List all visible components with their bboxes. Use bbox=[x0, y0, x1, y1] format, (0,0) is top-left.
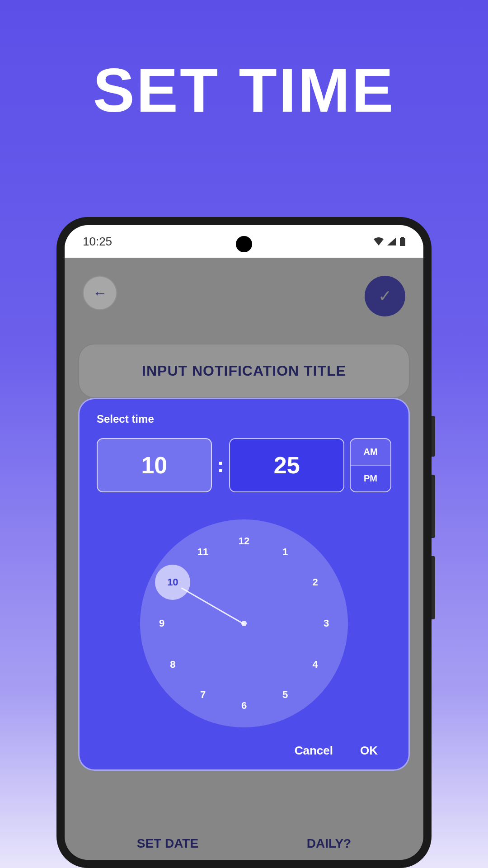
clock-number-9[interactable]: 9 bbox=[152, 613, 172, 633]
pm-option[interactable]: PM bbox=[351, 466, 390, 491]
ampm-toggle: AM PM bbox=[350, 438, 391, 492]
cancel-button[interactable]: Cancel bbox=[295, 744, 333, 758]
clock-number-2[interactable]: 2 bbox=[305, 572, 325, 592]
clock-number-5[interactable]: 5 bbox=[275, 685, 295, 705]
clock-face[interactable]: 121234567891011 bbox=[140, 519, 348, 727]
time-picker-dialog: Select time 10 : 25 AM PM 121234567 bbox=[78, 398, 410, 771]
ok-button[interactable]: OK bbox=[360, 744, 378, 758]
clock-number-6[interactable]: 6 bbox=[234, 696, 254, 716]
battery-icon bbox=[400, 237, 405, 246]
clock-center-dot bbox=[241, 621, 247, 626]
dialog-actions: Cancel OK bbox=[97, 744, 391, 758]
app-content: ← ✓ INPUT NOTIFICATION TITLE SET DATE DA… bbox=[65, 258, 423, 860]
phone-frame: 10:25 ← ✓ INPUT NOTIFICATION TITLE bbox=[56, 217, 432, 868]
svg-rect-0 bbox=[400, 238, 405, 246]
svg-rect-1 bbox=[401, 237, 404, 238]
page-headline: SET TIME bbox=[0, 54, 488, 126]
clock-hand bbox=[181, 587, 244, 625]
signal-icon bbox=[387, 237, 396, 245]
clock-number-4[interactable]: 4 bbox=[305, 655, 325, 675]
phone-side-buttons bbox=[432, 416, 435, 637]
clock-wrap: 121234567891011 bbox=[97, 519, 391, 727]
time-colon: : bbox=[217, 454, 224, 476]
phone-screen: 10:25 ← ✓ INPUT NOTIFICATION TITLE bbox=[65, 225, 423, 860]
clock-number-8[interactable]: 8 bbox=[163, 655, 183, 675]
picker-title: Select time bbox=[97, 413, 391, 425]
clock-selector-knob[interactable]: 10 bbox=[155, 565, 190, 600]
minute-input[interactable]: 25 bbox=[229, 438, 344, 492]
clock-number-11[interactable]: 11 bbox=[193, 542, 213, 562]
clock-number-3[interactable]: 3 bbox=[316, 613, 336, 633]
status-icons bbox=[374, 237, 405, 246]
clock-number-1[interactable]: 1 bbox=[275, 542, 295, 562]
status-time: 10:25 bbox=[83, 235, 112, 249]
hour-input[interactable]: 10 bbox=[97, 438, 212, 492]
status-bar: 10:25 bbox=[65, 225, 423, 258]
clock-number-7[interactable]: 7 bbox=[193, 685, 213, 705]
wifi-icon bbox=[374, 237, 384, 245]
am-option[interactable]: AM bbox=[351, 439, 390, 465]
clock-number-12[interactable]: 12 bbox=[234, 531, 254, 551]
time-inputs: 10 : 25 AM PM bbox=[97, 438, 391, 492]
camera-notch bbox=[236, 236, 252, 252]
